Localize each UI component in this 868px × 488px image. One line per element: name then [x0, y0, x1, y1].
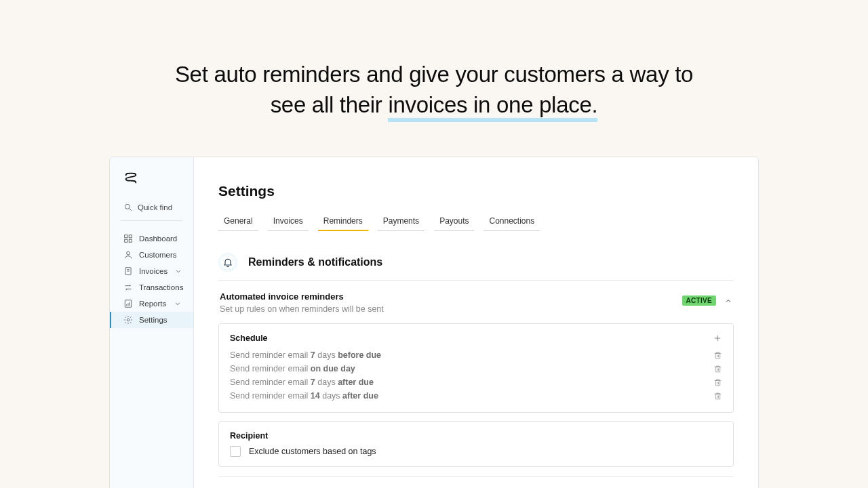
- auto-reminders-subtitle: Set up rules on when reminders will be s…: [220, 304, 384, 314]
- dashboard-icon: [123, 234, 133, 243]
- tab-connections[interactable]: Connections: [484, 214, 540, 231]
- tab-reminders[interactable]: Reminders: [318, 214, 368, 231]
- exclude-tags-checkbox[interactable]: [230, 446, 241, 457]
- main-content: Settings GeneralInvoicesRemindersPayment…: [194, 157, 758, 488]
- tab-invoices[interactable]: Invoices: [268, 214, 309, 231]
- sidebar-item-transactions[interactable]: Transactions: [110, 279, 193, 296]
- search-icon: [123, 203, 133, 212]
- quick-find-label: Quick find: [138, 203, 172, 211]
- svg-rect-23: [715, 380, 720, 386]
- sidebar-item-settings[interactable]: Settings: [110, 312, 193, 328]
- sidebar-item-customers[interactable]: Customers: [110, 247, 193, 263]
- tab-payments[interactable]: Payments: [378, 214, 425, 231]
- sidebar-item-dashboard[interactable]: Dashboard: [110, 230, 193, 247]
- reminder-rule: Send reminder email 7 days before due: [230, 348, 722, 362]
- sidebar-item-label: Dashboard: [139, 235, 177, 243]
- sidebar: Quick find DashboardCustomersInvoicesTra…: [110, 157, 194, 488]
- reminder-rule-text: Send reminder email 7 days before due: [230, 350, 381, 360]
- bell-icon-wrap: [218, 253, 237, 272]
- svg-rect-4: [125, 239, 127, 242]
- sidebar-item-label: Transactions: [139, 283, 183, 291]
- reminder-rule-text: Send reminder email 7 days after due: [230, 378, 374, 387]
- delete-rule-button[interactable]: [713, 365, 722, 373]
- section-divider: [218, 476, 734, 477]
- svg-rect-5: [129, 239, 132, 242]
- svg-rect-20: [715, 367, 720, 372]
- quick-find[interactable]: Quick find: [110, 203, 193, 220]
- page-title: Settings: [218, 183, 734, 199]
- bell-icon: [222, 257, 233, 268]
- svg-point-6: [127, 251, 130, 255]
- svg-rect-3: [129, 235, 132, 238]
- sidebar-item-label: Invoices: [139, 267, 167, 275]
- svg-line-1: [130, 209, 132, 211]
- svg-point-14: [127, 319, 130, 321]
- tab-payouts[interactable]: Payouts: [434, 214, 474, 231]
- chevron-down-icon: [173, 299, 182, 308]
- sidebar-divider: [121, 220, 182, 221]
- delete-rule-button[interactable]: [713, 351, 722, 360]
- add-rule-button[interactable]: [713, 333, 722, 343]
- chevron-down-icon: [174, 266, 183, 276]
- auto-reminders-title: Automated invoice reminders: [220, 291, 384, 302]
- sidebar-item-invoices[interactable]: Invoices: [110, 263, 193, 279]
- delete-rule-button[interactable]: [713, 378, 722, 387]
- reminder-rule-text: Send reminder email on due day: [230, 364, 355, 373]
- hero-banner: Set auto reminders and give your custome…: [0, 0, 868, 157]
- delete-rule-button[interactable]: [713, 392, 722, 401]
- sidebar-item-label: Reports: [139, 300, 166, 308]
- svg-rect-17: [715, 353, 720, 359]
- svg-rect-26: [715, 394, 720, 399]
- reports-icon: [123, 299, 133, 308]
- svg-point-0: [125, 204, 130, 209]
- reminder-rule: Send reminder email 14 days after due: [230, 389, 722, 403]
- reminder-rule: Send reminder email 7 days after due: [230, 375, 722, 389]
- tab-general[interactable]: General: [218, 214, 258, 231]
- invoices-icon: [123, 266, 133, 276]
- collapse-toggle[interactable]: [724, 297, 732, 305]
- app-window: Quick find DashboardCustomersInvoicesTra…: [109, 157, 759, 488]
- sidebar-item-label: Customers: [139, 251, 177, 259]
- section-title: Reminders & notifications: [248, 256, 382, 268]
- hero-headline: Set auto reminders and give your custome…: [0, 60, 868, 120]
- exclude-tags-label: Exclude customers based on tags: [249, 447, 376, 456]
- schedule-title: Schedule: [230, 333, 268, 343]
- section-header: Reminders & notifications: [218, 253, 734, 281]
- recipient-card: Recipient Exclude customers based on tag…: [218, 421, 734, 467]
- settings-icon: [123, 315, 133, 325]
- auto-reminders-header: Automated invoice reminders Set up rules…: [218, 291, 734, 314]
- sidebar-item-label: Settings: [139, 316, 167, 324]
- reminder-rule: Send reminder email on due day: [230, 362, 722, 375]
- sidebar-item-reports[interactable]: Reports: [110, 296, 193, 312]
- svg-rect-2: [125, 235, 127, 238]
- status-badge: ACTIVE: [682, 296, 716, 306]
- customers-icon: [123, 250, 133, 260]
- schedule-card: Schedule Send reminder email 7 days befo…: [218, 323, 734, 413]
- reminder-rule-text: Send reminder email 14 days after due: [230, 391, 378, 401]
- settings-tabbar: GeneralInvoicesRemindersPaymentsPayoutsC…: [218, 214, 734, 231]
- brand-logo: [123, 171, 138, 186]
- transactions-icon: [123, 283, 133, 292]
- recipient-title: Recipient: [230, 431, 722, 441]
